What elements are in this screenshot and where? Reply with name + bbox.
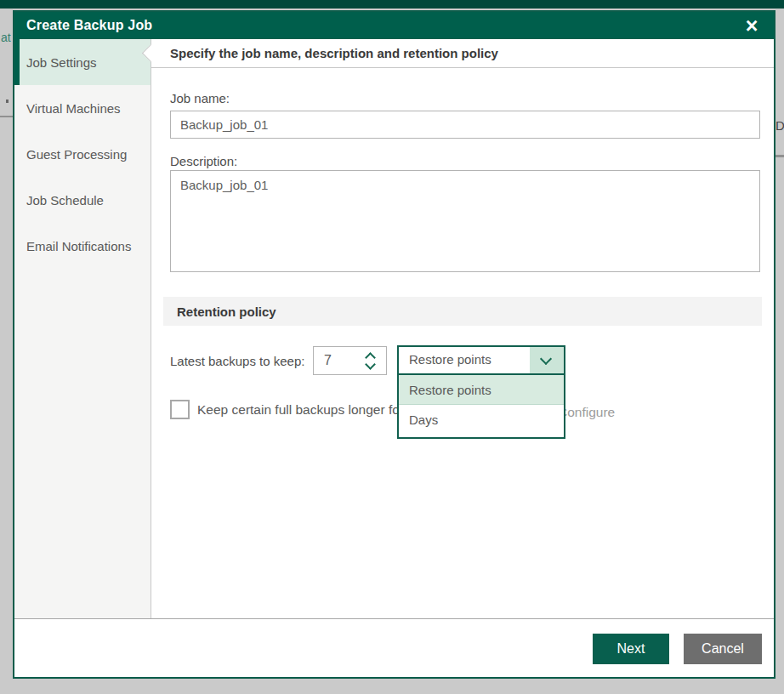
underlying-text-fragment-right: De bbox=[775, 118, 784, 133]
retention-unit-value: Restore points bbox=[409, 352, 491, 367]
chevron-down-icon bbox=[540, 353, 552, 365]
underlying-text-dot bbox=[6, 100, 9, 103]
underlying-app-topbar bbox=[0, 0, 784, 9]
close-icon[interactable]: × bbox=[738, 12, 765, 39]
job-name-label: Job name: bbox=[170, 91, 230, 105]
description-label: Description: bbox=[170, 154, 237, 168]
retention-count-field bbox=[313, 346, 387, 375]
step-virtual-machines[interactable]: Virtual Machines bbox=[14, 85, 151, 131]
spinner-down-icon[interactable] bbox=[365, 359, 376, 370]
retention-unit-dropdown: Restore points Days bbox=[397, 375, 565, 439]
step-job-settings[interactable]: Job Settings bbox=[14, 39, 151, 85]
retention-policy-title: Retention policy bbox=[177, 304, 276, 319]
dialog-footer: Next Cancel bbox=[14, 618, 774, 677]
quantity-stepper[interactable] bbox=[362, 347, 381, 374]
dialog-titlebar: Create Backup Job bbox=[14, 12, 774, 39]
step-description-header: Specify the job name, description and re… bbox=[151, 39, 774, 68]
dropdown-option-days[interactable]: Days bbox=[399, 405, 564, 435]
next-button[interactable]: Next bbox=[593, 634, 669, 664]
underlying-divider-left bbox=[0, 116, 13, 117]
retention-count-input[interactable] bbox=[314, 347, 361, 374]
create-backup-job-dialog: Create Backup Job × Job Settings Virtual… bbox=[13, 10, 775, 679]
page-background: at De Create Backup Job × Job Settings V… bbox=[0, 0, 784, 694]
select-arrow-button[interactable] bbox=[530, 347, 564, 373]
step-label: Job Settings bbox=[26, 55, 97, 70]
step-job-schedule[interactable]: Job Schedule bbox=[14, 177, 151, 223]
step-label: Guest Processing bbox=[26, 147, 127, 162]
dropdown-option-restore-points[interactable]: Restore points bbox=[399, 375, 564, 405]
step-guest-processing[interactable]: Guest Processing bbox=[14, 131, 151, 177]
step-email-notifications[interactable]: Email Notifications bbox=[14, 223, 151, 269]
keep-full-backups-checkbox[interactable] bbox=[170, 400, 190, 419]
step-label: Email Notifications bbox=[26, 239, 131, 253]
dialog-title: Create Backup Job bbox=[26, 18, 152, 33]
retention-unit-select[interactable]: Restore points bbox=[397, 345, 565, 375]
description-textarea[interactable]: Backup_job_01 bbox=[170, 170, 760, 272]
underlying-divider-right bbox=[775, 155, 784, 157]
step-label: Job Schedule bbox=[26, 193, 104, 208]
cancel-button[interactable]: Cancel bbox=[684, 634, 762, 664]
retention-policy-section: Retention policy bbox=[163, 297, 762, 326]
configure-link[interactable]: Configure bbox=[558, 405, 615, 420]
page-title: Specify the job name, description and re… bbox=[170, 46, 498, 60]
underlying-text-fragment-left: at bbox=[1, 31, 11, 44]
latest-backups-label: Latest backups to keep: bbox=[170, 354, 304, 368]
job-name-input[interactable] bbox=[170, 111, 760, 139]
step-label: Virtual Machines bbox=[26, 101, 121, 116]
wizard-steps-sidebar: Job Settings Virtual Machines Guest Proc… bbox=[14, 39, 151, 618]
